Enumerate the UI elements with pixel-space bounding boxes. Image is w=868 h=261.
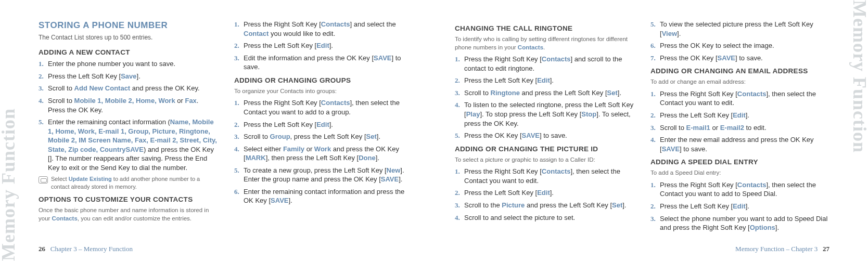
section-note: To add a Speed Dial entry: bbox=[650, 169, 829, 177]
step-item: 1.Enter the phone number you want to sav… bbox=[48, 59, 218, 69]
step-item: 3.Scroll to Group, press the Left Soft K… bbox=[244, 132, 413, 141]
steps-list: 1.Press the Right Soft Key [Contacts] an… bbox=[455, 55, 634, 140]
section-note: To organize your Contacts into groups: bbox=[234, 87, 413, 96]
page-left-col2: 1.Press the Right Soft Key [Contacts] an… bbox=[234, 20, 413, 233]
tip-icon bbox=[39, 176, 48, 184]
step-item: 3.Select the phone number you want to ad… bbox=[660, 214, 829, 232]
tip: Select Update Existing to add another ph… bbox=[39, 175, 218, 191]
step-item: 3.Scroll to E-mail1 or E-mail2 to edit. bbox=[660, 123, 829, 133]
section-note: Once the basic phone number and name inf… bbox=[39, 206, 218, 223]
steps-list: 1.Press the Right Soft Key [Contacts], t… bbox=[650, 180, 829, 232]
footer-right: Memory Function – Chapter 3 27 bbox=[735, 244, 829, 254]
section-heading: OPTIONS TO CUSTOMIZE YOUR CONTACTS bbox=[39, 195, 218, 204]
step-item: 5.To view the selected picture press the… bbox=[660, 20, 829, 38]
section-heading: ADDING A NEW CONTACT bbox=[39, 48, 218, 57]
step-item: 1.Press the Right Soft Key [Contacts], t… bbox=[660, 89, 829, 108]
step-item: 2.Press the Left Soft Key [Edit]. bbox=[464, 76, 634, 85]
page-right: CHANGING THE CALL RINGTONE To identify w… bbox=[434, 0, 868, 261]
section-heading: ADDING OR CHANGING AN EMAIL ADDRESS bbox=[650, 67, 829, 76]
steps-list: 1.Press the Right Soft Key [Contacts], t… bbox=[234, 98, 413, 205]
step-item: 4.To listen to the selected ringtone, pr… bbox=[464, 100, 634, 128]
page-left-col1: STORING A PHONE NUMBER The Contact List … bbox=[39, 20, 218, 233]
page-left: STORING A PHONE NUMBER The Contact List … bbox=[0, 0, 434, 261]
section-heading: CHANGING THE CALL RINGTONE bbox=[455, 24, 634, 33]
section-heading: ADDING A SPEED DIAL ENTRY bbox=[650, 158, 829, 167]
footer-left: 26 Chapter 3 – Memory Function bbox=[39, 244, 133, 254]
section-heading: ADDING OR CHANGING THE PICTURE ID bbox=[455, 145, 634, 154]
section-note: To select a picture or graphic to assign… bbox=[455, 156, 634, 164]
step-item: 1.Press the Right Soft Key [Contacts], t… bbox=[244, 98, 413, 116]
step-item: 2.Press the Left Soft Key [Edit]. bbox=[660, 202, 829, 211]
step-item: 4.Select either Family or Work and press… bbox=[244, 145, 413, 163]
page-right-col1: CHANGING THE CALL RINGTONE To identify w… bbox=[455, 20, 634, 233]
steps-list: 1.Press the Right Soft Key [Contacts], t… bbox=[650, 89, 829, 153]
step-item: 5.Enter the remaining contact informatio… bbox=[48, 118, 218, 172]
step-item: 3.Scroll to the Picture and press the Le… bbox=[464, 201, 634, 210]
step-item: 2.Press the Left Soft Key [Edit]. bbox=[660, 111, 829, 120]
step-item: 1.Press the Right Soft Key [Contacts] an… bbox=[244, 20, 413, 38]
steps-list: 5.To view the selected picture press the… bbox=[650, 20, 829, 62]
step-item: 1.Press the Right Soft Key [Contacts] an… bbox=[464, 55, 634, 73]
steps-list: 1.Press the Right Soft Key [Contacts] an… bbox=[234, 20, 413, 72]
section-note: To add or change an email address: bbox=[650, 78, 829, 86]
step-item: 2.Press the Left Soft Key [Edit]. bbox=[244, 120, 413, 129]
step-item: 2.Press the Left Soft Key [Edit]. bbox=[464, 188, 634, 198]
steps-list: 1.Enter the phone number you want to sav… bbox=[39, 59, 218, 172]
step-item: 1.Press the Right Soft Key [Contacts], t… bbox=[464, 167, 634, 185]
step-item: 3.Scroll to Ringtone and press the Left … bbox=[464, 88, 634, 98]
step-item: 7.Press the OK Key [SAVE] to save. bbox=[660, 54, 829, 63]
section-note: To identify who is calling by setting di… bbox=[455, 35, 634, 51]
page-right-col2: 5.To view the selected picture press the… bbox=[650, 20, 829, 233]
step-item: 3.Scroll to Add New Contact and press th… bbox=[48, 84, 218, 93]
step-item: 5.To create a new group, press the Left … bbox=[244, 166, 413, 184]
step-item: 5.Press the OK Key [SAVE] to save. bbox=[464, 131, 634, 140]
step-item: 2.Press the Left Soft Key [Save]. bbox=[48, 72, 218, 81]
step-item: 4.Scroll to Mobile 1, Mobile 2, Home, Wo… bbox=[48, 96, 218, 114]
step-item: 6.Enter the remaining contact informatio… bbox=[244, 187, 413, 205]
step-item: 6.Press the OK Key to select the image. bbox=[660, 41, 829, 50]
section-heading: ADDING OR CHANGING GROUPS bbox=[234, 76, 413, 85]
step-item: 3.Edit the information and press the OK … bbox=[244, 54, 413, 72]
step-item: 2.Press the Left Soft Key [Edit]. bbox=[244, 41, 413, 50]
step-item: 1.Press the Right Soft Key [Contacts], t… bbox=[660, 180, 829, 199]
step-item: 4.Scroll to and select the picture to se… bbox=[464, 213, 634, 223]
step-item: 4.Enter the new email address and press … bbox=[660, 135, 829, 153]
steps-list: 1.Press the Right Soft Key [Contacts], t… bbox=[455, 167, 634, 222]
subtitle: The Contact List stores up to 500 entrie… bbox=[39, 33, 218, 42]
page-title: STORING A PHONE NUMBER bbox=[39, 20, 218, 32]
